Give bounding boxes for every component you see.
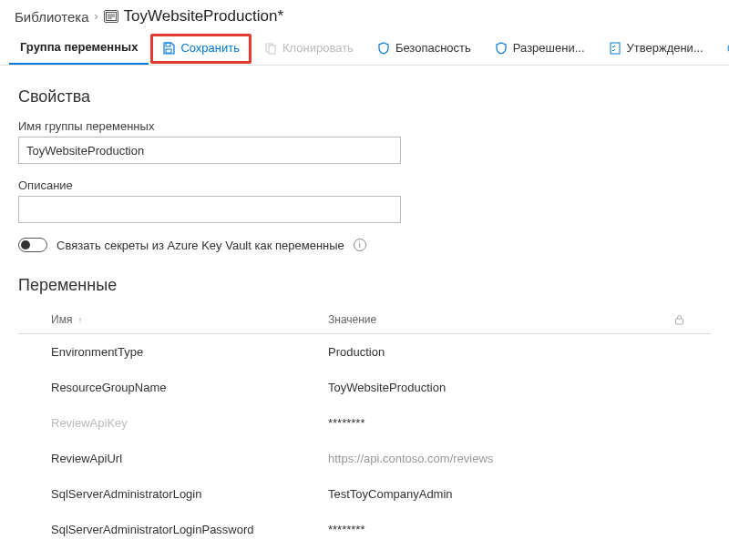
info-icon[interactable]: i bbox=[354, 239, 366, 251]
table-row[interactable]: EnvironmentTypeProduction bbox=[18, 334, 711, 370]
clone-icon bbox=[264, 42, 277, 55]
clone-button: Клонировать bbox=[253, 34, 364, 64]
tab-variable-group[interactable]: Группа переменных bbox=[9, 33, 149, 65]
variable-name[interactable]: EnvironmentType bbox=[18, 345, 328, 359]
variable-value[interactable]: ToyWebsiteProduction bbox=[328, 381, 674, 394]
toolbar: Группа переменных Сохранить Клонировать … bbox=[0, 29, 729, 66]
variable-name[interactable]: SqlServerAdministratorLoginPassword bbox=[18, 523, 328, 536]
description-input[interactable] bbox=[18, 196, 401, 223]
svg-rect-11 bbox=[676, 319, 683, 324]
save-button[interactable]: Сохранить bbox=[150, 34, 252, 64]
checklist-icon bbox=[609, 42, 621, 55]
keyvault-toggle-label: Связать секреты из Azure Key Vault как п… bbox=[56, 239, 344, 252]
variable-name[interactable]: ResourceGroupName bbox=[18, 381, 328, 394]
shield-check-icon bbox=[495, 42, 508, 55]
variable-name[interactable]: ReviewApiUrl bbox=[18, 452, 328, 465]
keyvault-toggle[interactable] bbox=[18, 238, 47, 252]
header-value[interactable]: Значение bbox=[328, 313, 674, 326]
sort-asc-icon: ↑ bbox=[77, 315, 82, 325]
save-icon bbox=[162, 42, 175, 55]
help-button[interactable]: ? Справка bbox=[716, 34, 729, 64]
permissions-button[interactable]: Разрешени... bbox=[484, 34, 596, 64]
chevron-right-icon: › bbox=[95, 10, 98, 23]
table-row[interactable]: ResourceGroupNameToyWebsiteProduction bbox=[18, 370, 711, 405]
approvals-button[interactable]: Утверждени... bbox=[598, 34, 714, 64]
description-label: Описание bbox=[18, 178, 711, 192]
table-row[interactable]: ReviewApiKey******** bbox=[18, 405, 711, 441]
breadcrumb: Библиотека › ToyWebsiteProduction* bbox=[0, 0, 729, 29]
security-button[interactable]: Безопасность bbox=[366, 34, 482, 64]
properties-heading: Свойства bbox=[18, 87, 711, 107]
variable-value[interactable]: https://api.contoso.com/reviews bbox=[328, 452, 674, 465]
page-title: ToyWebsiteProduction* bbox=[124, 7, 283, 25]
variable-value[interactable]: ******** bbox=[328, 523, 674, 536]
header-name[interactable]: Имя ↑ bbox=[18, 313, 328, 326]
variable-name[interactable]: SqlServerAdministratorLogin bbox=[18, 487, 328, 501]
variable-group-icon bbox=[104, 10, 118, 23]
table-row[interactable]: ReviewApiUrlhttps://api.contoso.com/revi… bbox=[18, 441, 711, 476]
svg-rect-7 bbox=[269, 46, 275, 54]
variable-name[interactable]: ReviewApiKey bbox=[18, 416, 328, 430]
header-lock bbox=[674, 314, 711, 325]
name-input[interactable] bbox=[18, 137, 401, 164]
table-row[interactable]: SqlServerAdministratorLoginTestToyCompan… bbox=[18, 476, 711, 512]
svg-rect-5 bbox=[166, 49, 171, 53]
shield-icon bbox=[377, 42, 390, 55]
table-header: Имя ↑ Значение bbox=[18, 308, 711, 334]
variable-value[interactable]: TestToyCompanyAdmin bbox=[328, 487, 674, 501]
name-label: Имя группы переменных bbox=[18, 119, 711, 133]
svg-rect-8 bbox=[611, 43, 620, 54]
variable-value[interactable]: ******** bbox=[328, 416, 674, 430]
breadcrumb-library-link[interactable]: Библиотека bbox=[15, 9, 89, 25]
variables-table: Имя ↑ Значение EnvironmentTypeProduction… bbox=[18, 308, 711, 547]
table-row[interactable]: SqlServerAdministratorLoginPassword*****… bbox=[18, 512, 711, 547]
variable-value[interactable]: Production bbox=[328, 345, 674, 359]
variables-heading: Переменные bbox=[18, 276, 711, 295]
